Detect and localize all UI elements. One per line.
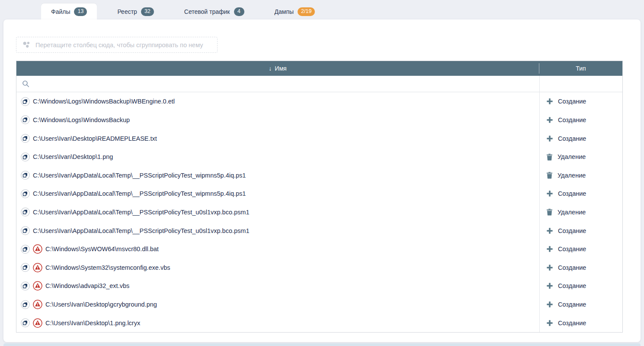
file-path: C:\Users\Ivan\AppData\Local\Temp\__PSScr… [33, 190, 246, 197]
copy-path-icon[interactable] [21, 281, 30, 291]
copy-path-icon[interactable] [21, 263, 30, 272]
name-cell: C:\Users\Ivan\AppData\Local\Temp\__PSScr… [16, 184, 540, 203]
copy-path-icon[interactable] [21, 207, 30, 217]
group-icon [22, 41, 31, 49]
column-header-type[interactable]: Тип [539, 61, 622, 76]
copy-path-icon[interactable] [21, 152, 30, 162]
file-path: C:\Users\Ivan\AppData\Local\Temp\__PSScr… [33, 172, 246, 179]
table-row[interactable]: C:\Windows\System32\systemconfig.exe.vbs… [16, 258, 622, 277]
table-row[interactable]: C:\Users\Ivan\AppData\Local\Temp\__PSScr… [16, 203, 622, 222]
create-action-icon [546, 264, 553, 271]
copy-path-icon[interactable] [21, 318, 30, 327]
tab-count-badge: 4 [234, 7, 244, 16]
table-row[interactable]: C:\Users\Ivan\AppData\Local\Temp\__PSScr… [16, 184, 622, 203]
name-cell: C:\Windows\SysWOW64\msvcr80.dll.bat [16, 240, 540, 259]
malicious-warning-icon [33, 244, 42, 254]
file-path: C:\Users\Ivan\AppData\Local\Temp\__PSScr… [33, 209, 249, 216]
type-cell: Создание [540, 240, 622, 259]
name-filter-input[interactable] [33, 76, 539, 92]
malicious-warning-icon [33, 281, 42, 291]
file-path: C:\Windows\Logs\WindowsBackup [33, 116, 130, 123]
action-label: Удаление [557, 172, 586, 179]
name-cell: C:\Users\Ivan\AppData\Local\Temp\__PSScr… [16, 203, 540, 222]
create-action-icon [546, 227, 553, 234]
copy-path-icon[interactable] [21, 97, 30, 106]
delete-action-icon [546, 208, 553, 216]
action-label: Создание [558, 246, 586, 252]
create-action-icon [546, 320, 553, 327]
table-row[interactable]: C:\Windows\advapi32_ext.vbs Создание [16, 277, 622, 295]
table-row[interactable]: C:\Users\Ivan\Desktop\gcrybground.png Со… [16, 295, 622, 314]
file-path: C:\Windows\advapi32_ext.vbs [45, 282, 129, 289]
tab-dumps[interactable]: Дампы 2/19 [265, 3, 325, 19]
create-action-icon [546, 282, 553, 289]
type-cell: Удаление [540, 203, 622, 222]
type-cell: Удаление [540, 166, 622, 184]
name-cell: C:\Users\Ivan\AppData\Local\Temp\__PSScr… [16, 166, 540, 184]
malicious-warning-icon [33, 318, 42, 328]
table-row[interactable]: C:\Windows\Logs\WindowsBackup\WBEngine.0… [16, 92, 622, 111]
create-action-icon [546, 190, 553, 197]
tab-label: Сетевой трафик [184, 8, 230, 15]
copy-path-icon[interactable] [21, 171, 30, 180]
table-row[interactable]: C:\Users\Ivan\AppData\Local\Temp\__PSScr… [16, 166, 622, 184]
type-cell: Создание [540, 258, 622, 277]
next-section-edge [3, 343, 641, 346]
column-type-label: Тип [576, 65, 586, 72]
file-path: C:\Users\Ivan\Desktop\READMEPLEASE.txt [33, 135, 157, 142]
table-row[interactable]: C:\Users\Ivan\Desktop\1.png Удаление [16, 148, 622, 166]
name-cell: C:\Windows\Logs\WindowsBackup\WBEngine.0… [16, 92, 540, 111]
name-cell: C:\Users\Ivan\Desktop\1.png [16, 148, 540, 166]
delete-action-icon [546, 153, 553, 161]
malicious-warning-icon [33, 300, 42, 309]
tab-files[interactable]: Файлы 13 [41, 3, 97, 19]
copy-path-icon[interactable] [21, 189, 30, 198]
action-label: Создание [558, 190, 586, 197]
column-name-label: Имя [275, 65, 286, 72]
name-cell: C:\Windows\System32\systemconfig.exe.vbs [16, 258, 540, 277]
create-action-icon [546, 301, 553, 308]
tab-count-badge: 32 [141, 7, 154, 16]
type-cell: Создание [540, 314, 622, 332]
group-by-drop-zone[interactable]: Перетащите столбец сюда, чтобы сгруппиро… [16, 37, 218, 53]
create-action-icon [546, 246, 553, 252]
type-cell: Создание [540, 295, 622, 314]
table-header: ↓ Имя Тип [16, 61, 622, 76]
action-label: Удаление [557, 153, 586, 160]
type-cell: Создание [540, 277, 622, 295]
type-cell: Создание [540, 129, 622, 148]
file-path: C:\Users\Ivan\AppData\Local\Temp\__PSScr… [33, 227, 249, 234]
table-row[interactable]: C:\Windows\SysWOW64\msvcr80.dll.bat Созд… [16, 240, 622, 259]
name-cell: C:\Users\Ivan\AppData\Local\Temp\__PSScr… [16, 221, 540, 240]
name-cell: C:\Windows\Logs\WindowsBackup [16, 111, 540, 129]
action-label: Создание [558, 135, 586, 142]
tab-label: Файлы [51, 8, 70, 15]
name-filter-cell [16, 76, 540, 92]
file-path: C:\Users\Ivan\Desktop\gcrybground.png [45, 301, 157, 308]
tab-label: Дампы [275, 8, 294, 15]
sort-desc-icon: ↓ [269, 65, 272, 71]
table-row[interactable]: C:\Users\Ivan\Desktop\1.png.lcryx Создан… [16, 314, 622, 332]
filter-row [16, 76, 622, 92]
copy-path-icon[interactable] [21, 226, 30, 235]
table-row[interactable]: C:\Users\Ivan\Desktop\READMEPLEASE.txt С… [16, 129, 622, 148]
action-label: Создание [558, 98, 586, 105]
files-table: ↓ Имя Тип [16, 61, 623, 333]
copy-path-icon[interactable] [21, 134, 30, 143]
tab-registry[interactable]: Реестр 32 [107, 3, 163, 19]
copy-path-icon[interactable] [21, 300, 30, 309]
copy-path-icon[interactable] [21, 115, 30, 124]
table-row[interactable]: C:\Windows\Logs\WindowsBackup Создание [16, 111, 622, 129]
table-row[interactable]: C:\Users\Ivan\AppData\Local\Temp\__PSScr… [16, 221, 622, 240]
name-cell: C:\Users\Ivan\Desktop\gcrybground.png [16, 295, 540, 314]
tab-network[interactable]: Сетевой трафик 4 [174, 3, 254, 19]
action-label: Создание [558, 320, 586, 327]
type-cell: Удаление [540, 148, 622, 166]
column-header-name[interactable]: ↓ Имя [16, 61, 539, 76]
create-action-icon [546, 135, 553, 142]
file-path: C:\Users\Ivan\Desktop\1.png [33, 153, 113, 160]
name-cell: C:\Users\Ivan\Desktop\READMEPLEASE.txt [16, 129, 540, 148]
tab-count-badge: 2/19 [298, 7, 315, 16]
copy-path-icon[interactable] [21, 245, 30, 254]
file-path: C:\Users\Ivan\Desktop\1.png.lcryx [45, 320, 140, 327]
